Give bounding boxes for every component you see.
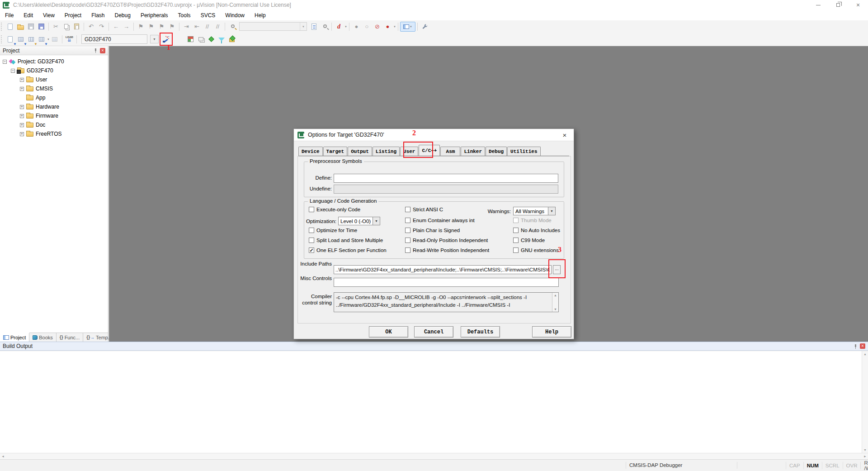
tree-item-doc[interactable]: + Doc: [0, 120, 108, 129]
tab-functions[interactable]: {} Func...: [57, 333, 83, 342]
misc-controls-input[interactable]: [334, 278, 559, 287]
horizontal-scrollbar[interactable]: ◄ ►: [0, 453, 868, 459]
comment-icon[interactable]: //: [202, 21, 212, 32]
tab-asm[interactable]: Asm: [440, 147, 460, 156]
vertical-scrollbar[interactable]: ▲ ▼: [862, 351, 868, 453]
compiler-control-string[interactable]: -c --cpu Cortex-M4.fp.sp -D__MICROLIB -g…: [334, 292, 559, 312]
dialog-title-bar[interactable]: Options for Target 'GD32F470' ×: [294, 129, 574, 141]
copy-icon[interactable]: [61, 21, 71, 32]
dropdown-arrow-icon[interactable]: ▼: [548, 207, 555, 215]
search-dropdown-icon[interactable]: ▼: [300, 23, 307, 30]
redo-icon[interactable]: ↷: [96, 21, 107, 32]
menu-view[interactable]: View: [38, 10, 60, 20]
include-paths-input[interactable]: [334, 265, 552, 274]
tree-item-project-root[interactable]: − Project: GD32F470: [0, 57, 108, 66]
menu-svcs[interactable]: SVCS: [196, 10, 221, 20]
auto-hide-pin-icon[interactable]: [93, 48, 98, 53]
save-all-icon[interactable]: [36, 21, 47, 32]
scroll-right-icon[interactable]: ►: [862, 453, 868, 459]
compiler-string-scrollbar[interactable]: ▲ ▼: [552, 293, 558, 312]
help-button[interactable]: Help: [532, 326, 571, 338]
close-button[interactable]: ×: [848, 0, 868, 10]
menu-file[interactable]: File: [0, 10, 19, 20]
checkbox-plain-char-signed[interactable]: ✓Plain Char is Signed: [405, 228, 460, 233]
rebuild-icon[interactable]: ▼: [26, 34, 36, 44]
find-in-files-icon[interactable]: [227, 21, 237, 32]
defaults-button[interactable]: Defaults: [461, 326, 500, 338]
menu-peripherals[interactable]: Peripherals: [136, 10, 173, 20]
scroll-left-icon[interactable]: ◄: [0, 453, 6, 459]
tab-output[interactable]: Output: [348, 147, 372, 156]
configure-wrench-icon[interactable]: [420, 21, 430, 32]
menu-project[interactable]: Project: [60, 10, 86, 20]
cancel-button[interactable]: Cancel: [414, 326, 453, 338]
multi-project-icon[interactable]: [196, 34, 206, 44]
checkbox-no-auto-includes[interactable]: ✓No Auto Includes: [513, 228, 560, 233]
breakpoint-kill-icon[interactable]: ●: [382, 21, 393, 32]
scroll-up-icon[interactable]: ▲: [553, 293, 558, 298]
expander-icon[interactable]: −: [11, 69, 15, 73]
translate-file-icon[interactable]: ▼: [5, 34, 15, 44]
checkbox-enum-int[interactable]: ✓Enum Container always int: [405, 218, 475, 223]
bookmark-prev-icon[interactable]: ⚑: [146, 21, 156, 32]
outdent-icon[interactable]: ⇤: [192, 21, 202, 32]
optimization-select[interactable]: Level 0 (-O0) ▼: [338, 217, 380, 225]
define-input[interactable]: [334, 174, 558, 183]
open-file-icon[interactable]: [15, 21, 26, 32]
menu-help[interactable]: Help: [250, 10, 271, 20]
uncomment-icon[interactable]: //: [212, 21, 223, 32]
window-layout-button[interactable]: ▼: [400, 22, 415, 32]
debug-dropdown-icon[interactable]: ▼: [344, 25, 347, 28]
checkbox-one-elf-section[interactable]: ✓One ELF Section per Function: [309, 247, 387, 253]
paste-icon[interactable]: [71, 21, 82, 32]
build-output-close-icon[interactable]: ×: [860, 343, 865, 349]
search-combobox[interactable]: ▼: [239, 22, 307, 31]
tree-item-cmsis[interactable]: + CMSIS: [0, 84, 108, 93]
checkbox-execute-only-code[interactable]: ✓Execute-only Code: [309, 207, 360, 212]
tab-device[interactable]: Device: [298, 147, 323, 156]
find-icon[interactable]: [319, 21, 330, 32]
start-debug-icon[interactable]: d: [334, 21, 344, 32]
options-for-target-icon[interactable]: [161, 34, 171, 44]
checkbox-ro-position-independent[interactable]: ✓Read-Only Position Independent: [405, 238, 488, 243]
scroll-down-icon[interactable]: ▼: [862, 447, 868, 453]
dropdown-arrow-icon[interactable]: ▼: [373, 217, 380, 225]
dialog-close-button[interactable]: ×: [559, 131, 570, 139]
expander-icon[interactable]: −: [3, 60, 7, 64]
tab-debug[interactable]: Debug: [486, 147, 507, 156]
tab-books[interactable]: Books: [29, 333, 57, 342]
tab-target[interactable]: Target: [323, 147, 348, 156]
breakpoint-disable-icon[interactable]: ⊘: [372, 21, 382, 32]
expander-icon[interactable]: +: [20, 78, 24, 82]
new-file-icon[interactable]: [5, 21, 15, 32]
select-software-packs-icon[interactable]: [206, 34, 217, 44]
tab-linker[interactable]: Linker: [461, 147, 485, 156]
target-select[interactable]: GD32F470: [81, 34, 147, 44]
scroll-up-icon[interactable]: ▲: [862, 351, 868, 357]
project-panel-close-icon[interactable]: ×: [100, 48, 105, 53]
tree-item-freertos[interactable]: + FreeRTOS: [0, 129, 108, 138]
indent-icon[interactable]: ⇥: [181, 21, 192, 32]
tree-item-app[interactable]: App: [0, 93, 108, 102]
bookmark-next-icon[interactable]: ⚑: [156, 21, 167, 32]
tab-listing[interactable]: Listing: [373, 147, 400, 156]
cut-icon[interactable]: ✂: [51, 21, 61, 32]
save-icon[interactable]: [26, 21, 36, 32]
tree-item-user[interactable]: + User: [0, 75, 108, 84]
minimize-button[interactable]: [808, 0, 828, 10]
expander-icon[interactable]: +: [20, 87, 24, 91]
checkbox-c99-mode[interactable]: ✓C99 Mode: [513, 238, 545, 243]
bookmark-clear-icon[interactable]: ⚑: [167, 21, 177, 32]
expander-icon[interactable]: +: [20, 123, 24, 127]
expander-icon[interactable]: +: [20, 114, 24, 118]
checkbox-rw-position-independent[interactable]: ✓Read-Write Position Independent: [405, 247, 489, 253]
checkbox-gnu-extensions[interactable]: ✓GNU extensions: [513, 247, 559, 253]
tree-item-hardware[interactable]: + Hardware: [0, 102, 108, 111]
checkbox-split-load-store[interactable]: ✓Split Load and Store Multiple: [309, 238, 383, 243]
download-icon[interactable]: LOAD⇊: [64, 34, 75, 44]
breakpoint-enable-icon[interactable]: ○: [362, 21, 372, 32]
target-select-arrow-icon[interactable]: ▼: [150, 35, 159, 43]
manage-project-items-icon[interactable]: [185, 34, 196, 44]
tab-utilities[interactable]: Utilities: [507, 147, 540, 156]
checkbox-strict-ansi[interactable]: ✓Strict ANSI C: [405, 207, 443, 212]
